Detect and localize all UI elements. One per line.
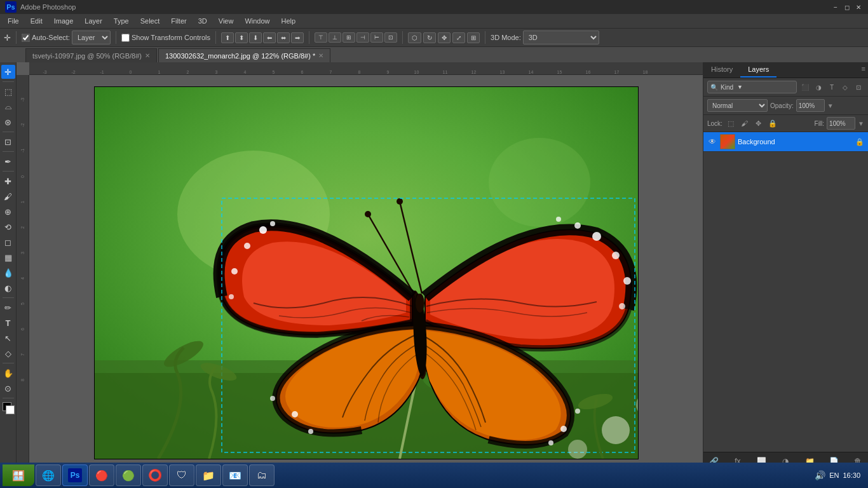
menu-filter[interactable]: Filter	[166, 16, 191, 26]
menu-help[interactable]: Help	[276, 16, 301, 26]
crop-tool[interactable]: ⊡	[1, 135, 15, 149]
history-brush-tool[interactable]: ⟲	[1, 220, 15, 234]
align-left-btn[interactable]: ⬅	[263, 32, 276, 43]
layers-kind-filter[interactable]: 🔍 Kind ▼	[707, 81, 797, 93]
filter-smart-icon[interactable]: ⊡	[853, 81, 864, 93]
lasso-tool[interactable]: ⌓	[1, 100, 15, 114]
system-tray: 🔊 EN 16:30	[810, 470, 865, 480]
3d-slide-btn[interactable]: ⤢	[452, 32, 465, 43]
align-vcenter-btn[interactable]: ⬍	[235, 32, 248, 43]
dist-hc-btn[interactable]: ⊢	[370, 32, 383, 43]
opacity-chevron-icon[interactable]: ▼	[827, 102, 834, 109]
restore-button[interactable]: ◻	[843, 3, 851, 11]
align-bottom-btn[interactable]: ⬇	[249, 32, 262, 43]
close-button[interactable]: ✕	[854, 3, 863, 11]
align-group: ⬆ ⬍ ⬇ ⬅ ⬌ ➡	[221, 32, 304, 43]
3d-rotate-btn[interactable]: ↻	[423, 32, 436, 43]
tab-monarch-label: 1300302632_monarch2.jpg @ 122% (RGB/8#) …	[165, 52, 315, 60]
quick-select-tool[interactable]: ⊛	[1, 115, 15, 129]
show-transform-checkbox[interactable]	[121, 34, 130, 42]
filter-shape-icon[interactable]: ◇	[839, 81, 851, 93]
clone-stamp-tool[interactable]: ⊕	[1, 205, 15, 219]
start-button[interactable]: 🪟	[3, 464, 34, 486]
lock-image-btn[interactable]: 🖌	[739, 118, 750, 129]
sound-icon[interactable]: 🔊	[815, 470, 825, 480]
tab-monarch[interactable]: 1300302632_monarch2.jpg @ 122% (RGB/8#) …	[158, 48, 330, 62]
taskbar-email-btn[interactable]: 📧	[222, 464, 248, 486]
layer-background[interactable]: 👁 Background 🔒	[703, 132, 868, 152]
menu-type[interactable]: Type	[109, 16, 134, 26]
menu-file[interactable]: File	[3, 16, 24, 26]
align-hcenter-btn[interactable]: ⬌	[277, 32, 290, 43]
dist-top-btn[interactable]: ⊤	[315, 32, 327, 43]
dist-bot-btn[interactable]: ⊞	[342, 32, 355, 43]
canvas-image[interactable]	[95, 87, 638, 459]
tab-layers[interactable]: Layers	[740, 62, 776, 78]
taskbar-av-btn[interactable]: 🛡	[169, 464, 194, 486]
tab-tsvetyi-close[interactable]: ✕	[145, 52, 150, 59]
ruler-mark: 1	[145, 70, 173, 74]
brush-tool[interactable]: 🖌	[1, 189, 15, 203]
move-tool[interactable]: ✛	[1, 65, 15, 79]
toolbar-separator-6	[485, 31, 485, 44]
dist-vc-btn[interactable]: ⊥	[329, 32, 341, 43]
panel-menu-btn[interactable]: ≡	[859, 62, 868, 78]
opacity-input[interactable]	[796, 99, 825, 112]
menu-image[interactable]: Image	[49, 16, 79, 26]
taskbar-yandex-btn[interactable]: 🔴	[89, 464, 114, 486]
rectangular-marquee-tool[interactable]: ⬚	[1, 85, 15, 98]
eyedropper-tool[interactable]: ✒	[1, 154, 15, 168]
layer-visibility-toggle[interactable]: 👁	[707, 137, 717, 147]
taskbar-fm-btn[interactable]: 📁	[196, 464, 221, 486]
menu-window[interactable]: Window	[240, 16, 275, 26]
taskbar-chrome-btn[interactable]: 🟢	[116, 464, 141, 486]
blur-tool[interactable]: 💧	[1, 266, 15, 280]
dist-left-btn[interactable]: ⊣	[356, 32, 369, 43]
fill-input[interactable]	[827, 117, 855, 130]
text-tool[interactable]: T	[1, 316, 15, 330]
menu-view[interactable]: View	[214, 16, 239, 26]
fill-chevron-icon[interactable]: ▼	[858, 120, 864, 127]
zoom-tool[interactable]: ⊙	[1, 381, 15, 395]
lock-all-btn[interactable]: 🔒	[767, 118, 778, 129]
tab-monarch-close[interactable]: ✕	[318, 52, 323, 59]
3d-scale-btn[interactable]: ⊞	[467, 32, 480, 43]
taskbar-photoshop-btn[interactable]: Ps	[62, 464, 88, 486]
lock-position-btn[interactable]: ✥	[753, 118, 764, 129]
menu-select[interactable]: Select	[135, 16, 165, 26]
menu-layer[interactable]: Layer	[79, 16, 107, 26]
menu-edit[interactable]: Edit	[25, 16, 48, 26]
filter-pixel-icon[interactable]: ⬛	[799, 81, 811, 93]
filter-adjust-icon[interactable]: ◑	[813, 81, 824, 93]
tab-history[interactable]: History	[703, 62, 740, 78]
3d-mode-btn[interactable]: ⬡	[408, 32, 421, 43]
taskbar-folder-btn[interactable]: 🗂	[249, 464, 275, 486]
3d-pan-btn[interactable]: ✥	[438, 32, 451, 43]
eraser-tool[interactable]: ◻	[1, 235, 15, 249]
language-indicator[interactable]: EN	[829, 471, 839, 479]
align-top-btn[interactable]: ⬆	[221, 32, 234, 43]
lock-transparent-btn[interactable]: ⬚	[725, 118, 736, 129]
foreground-color[interactable]	[1, 401, 15, 415]
dist-right-btn[interactable]: ⊡	[384, 32, 397, 43]
auto-select-dropdown[interactable]: Layer Group	[72, 30, 111, 44]
healing-brush-tool[interactable]: ✚	[1, 174, 15, 188]
blend-mode-select[interactable]: Normal Multiply Screen Overlay	[707, 99, 768, 112]
dodge-tool[interactable]: ◐	[1, 281, 15, 295]
path-select-tool[interactable]: ↖	[1, 331, 15, 345]
window-controls[interactable]: − ◻ ✕	[831, 3, 863, 11]
minimize-button[interactable]: −	[831, 3, 840, 11]
gradient-tool[interactable]: ▦	[1, 250, 15, 264]
pen-tool[interactable]: ✏	[1, 301, 15, 315]
taskbar-opera-btn[interactable]: ⭕	[142, 464, 168, 486]
align-right-btn[interactable]: ➡	[291, 32, 304, 43]
canvas-wrapper[interactable]	[29, 75, 703, 470]
menu-3d[interactable]: 3D	[193, 16, 212, 26]
taskbar-ie-btn[interactable]: 🌐	[36, 464, 61, 486]
hand-tool[interactable]: ✋	[1, 366, 15, 380]
shape-tool[interactable]: ◇	[1, 346, 15, 360]
auto-select-checkbox[interactable]	[22, 34, 30, 42]
filter-type-icon[interactable]: T	[826, 81, 837, 93]
3d-mode-select[interactable]: 3D	[523, 30, 599, 44]
tab-tsvetyi[interactable]: tsvetyi-10997.jpg @ 50% (RGB/8#) ✕	[25, 48, 157, 62]
